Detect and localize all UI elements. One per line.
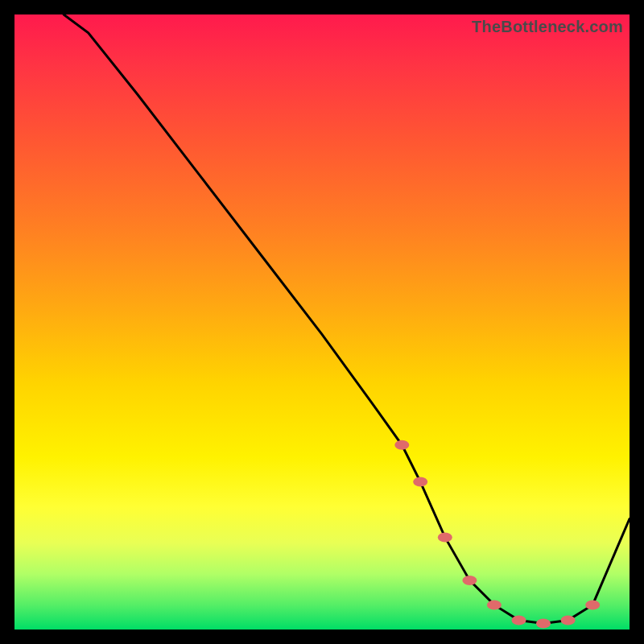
- curve-marker: [462, 576, 477, 585]
- curve-marker: [487, 600, 502, 609]
- curve-marker: [438, 532, 452, 542]
- marker-group: [394, 440, 600, 629]
- chart-frame: TheBottleneck.com: [0, 0, 644, 644]
- curve-marker: [536, 618, 551, 628]
- plot-area: TheBottleneck.com: [14, 14, 630, 630]
- curve-marker: [512, 616, 526, 625]
- curve-marker: [413, 477, 427, 487]
- bottleneck-curve: [64, 14, 630, 623]
- curve-marker: [585, 600, 600, 609]
- chart-svg: [14, 14, 630, 630]
- curve-marker: [394, 440, 409, 450]
- curve-marker: [561, 616, 576, 625]
